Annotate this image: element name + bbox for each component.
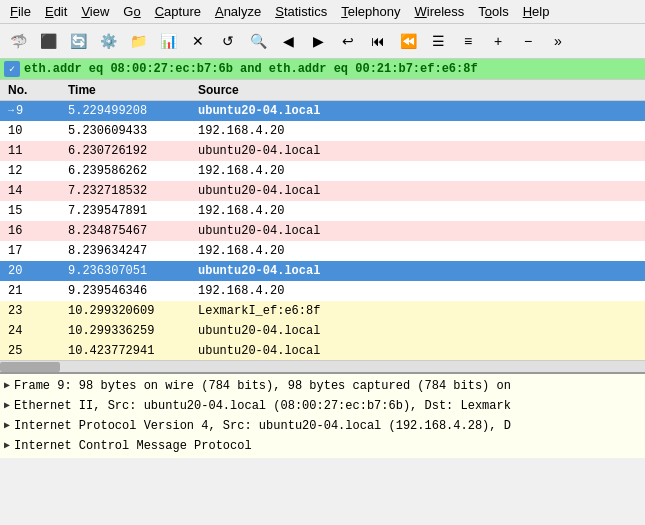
expand-arrow-4[interactable]: ▶ <box>4 437 10 455</box>
toolbar-list[interactable]: ☰ <box>424 27 452 55</box>
cell-time: 10.299336259 <box>64 322 194 340</box>
toolbar-more[interactable]: » <box>544 27 572 55</box>
cell-no: 25 <box>4 342 64 360</box>
toolbar-first[interactable]: ⏮ <box>364 27 392 55</box>
menu-wireless[interactable]: Wireless <box>409 2 471 21</box>
bottom-row-2[interactable]: ▶ Ethernet II, Src: ubuntu20-04.local (0… <box>4 396 641 416</box>
table-row[interactable]: 21 9.239546346 192.168.4.20 <box>0 281 645 301</box>
bottom-text-4: Internet Control Message Protocol <box>14 437 252 455</box>
cell-no: 12 <box>4 162 64 180</box>
cell-no: → 9 <box>4 102 64 120</box>
bottom-text-3: Internet Protocol Version 4, Src: ubuntu… <box>14 417 511 435</box>
toolbar-refresh[interactable]: ↺ <box>214 27 242 55</box>
cell-source: 192.168.4.20 <box>194 242 394 260</box>
table-row[interactable]: 12 6.239586262 192.168.4.20 <box>0 161 645 181</box>
cell-time: 7.239547891 <box>64 202 194 220</box>
table-row[interactable]: 20 9.236307051 ubuntu20-04.local <box>0 261 645 281</box>
horizontal-scrollbar[interactable] <box>0 360 645 372</box>
table-row[interactable]: 16 8.234875467 ubuntu20-04.local <box>0 221 645 241</box>
cell-dest <box>394 242 641 260</box>
cell-time: 10.423772941 <box>64 342 194 360</box>
packet-list: No. Time Source → 9 5.229499208 ubuntu20… <box>0 80 645 360</box>
toolbar-table[interactable]: 📊 <box>154 27 182 55</box>
cell-source: 192.168.4.20 <box>194 202 394 220</box>
cell-no: 16 <box>4 222 64 240</box>
cell-dest <box>394 122 641 140</box>
toolbar: 🦈 ⬛ 🔄 ⚙️ 📁 📊 ✕ ↺ 🔍 ◀ ▶ ↩ ⏮ ⏪ ☰ ≡ + − » <box>0 24 645 59</box>
header-extra <box>394 82 641 98</box>
filter-icon: ✓ <box>4 61 20 77</box>
menu-go[interactable]: Go <box>117 2 146 21</box>
bottom-row-1[interactable]: ▶ Frame 9: 98 bytes on wire (784 bits), … <box>4 376 641 396</box>
menu-view[interactable]: View <box>75 2 115 21</box>
toolbar-x[interactable]: ✕ <box>184 27 212 55</box>
table-row[interactable]: 24 10.299336259 ubuntu20-04.local <box>0 321 645 341</box>
cell-dest <box>394 142 641 160</box>
menu-help[interactable]: Help <box>517 2 556 21</box>
toolbar-back[interactable]: ◀ <box>274 27 302 55</box>
toolbar-forward[interactable]: ▶ <box>304 27 332 55</box>
cell-no: 10 <box>4 122 64 140</box>
menu-telephony[interactable]: Telephony <box>335 2 406 21</box>
table-row[interactable]: 10 5.230609433 192.168.4.20 <box>0 121 645 141</box>
bottom-text-1: Frame 9: 98 bytes on wire (784 bits), 98… <box>14 377 511 395</box>
table-row[interactable]: 11 6.230726192 ubuntu20-04.local <box>0 141 645 161</box>
header-no: No. <box>4 82 64 98</box>
table-row[interactable]: 15 7.239547891 192.168.4.20 <box>0 201 645 221</box>
cell-source: ubuntu20-04.local <box>194 142 394 160</box>
toolbar-search[interactable]: 🔍 <box>244 27 272 55</box>
cell-no: 11 <box>4 142 64 160</box>
table-row[interactable]: 17 8.239634247 192.168.4.20 <box>0 241 645 261</box>
expand-arrow-3[interactable]: ▶ <box>4 417 10 435</box>
menubar: File Edit View Go Capture Analyze Statis… <box>0 0 645 24</box>
table-row[interactable]: → 9 5.229499208 ubuntu20-04.local <box>0 101 645 121</box>
expand-arrow-1[interactable]: ▶ <box>4 377 10 395</box>
cell-time: 6.239586262 <box>64 162 194 180</box>
cell-source: ubuntu20-04.local <box>194 342 394 360</box>
toolbar-save[interactable]: ⚙️ <box>94 27 122 55</box>
filter-bar: ✓ eth.addr eq 08:00:27:ec:b7:6b and eth.… <box>0 59 645 80</box>
bottom-row-3[interactable]: ▶ Internet Protocol Version 4, Src: ubun… <box>4 416 641 436</box>
cell-no: 24 <box>4 322 64 340</box>
toolbar-new[interactable]: 🦈 <box>4 27 32 55</box>
cell-no: 21 <box>4 282 64 300</box>
table-row[interactable]: 25 10.423772941 ubuntu20-04.local <box>0 341 645 360</box>
menu-statistics[interactable]: Statistics <box>269 2 333 21</box>
menu-edit[interactable]: Edit <box>39 2 73 21</box>
cell-dest <box>394 262 641 280</box>
menu-capture[interactable]: Capture <box>149 2 207 21</box>
toolbar-zoom-out[interactable]: − <box>514 27 542 55</box>
cell-time: 5.230609433 <box>64 122 194 140</box>
toolbar-zoom-in[interactable]: + <box>484 27 512 55</box>
bottom-row-4[interactable]: ▶ Internet Control Message Protocol <box>4 436 641 456</box>
cell-dest <box>394 202 641 220</box>
scrollbar-thumb[interactable] <box>0 362 60 372</box>
bottom-text-2: Ethernet II, Src: ubuntu20-04.local (08:… <box>14 397 511 415</box>
cell-source: LexmarkI_ef:e6:8f <box>194 302 394 320</box>
expand-arrow-2[interactable]: ▶ <box>4 397 10 415</box>
toolbar-prev[interactable]: ⏪ <box>394 27 422 55</box>
cell-dest <box>394 322 641 340</box>
table-row[interactable]: 14 7.232718532 ubuntu20-04.local <box>0 181 645 201</box>
toolbar-open[interactable]: ⬛ <box>34 27 62 55</box>
cell-no: 23 <box>4 302 64 320</box>
filter-expression: eth.addr eq 08:00:27:ec:b7:6b and eth.ad… <box>24 62 478 76</box>
cell-time: 9.236307051 <box>64 262 194 280</box>
cell-dest <box>394 282 641 300</box>
cell-no: 15 <box>4 202 64 220</box>
toolbar-folder[interactable]: 📁 <box>124 27 152 55</box>
cell-no: 20 <box>4 262 64 280</box>
table-row[interactable]: 23 10.299320609 LexmarkI_ef:e6:8f <box>0 301 645 321</box>
menu-file[interactable]: File <box>4 2 37 21</box>
bottom-panel: ▶ Frame 9: 98 bytes on wire (784 bits), … <box>0 372 645 458</box>
toolbar-jump[interactable]: ↩ <box>334 27 362 55</box>
cell-time: 8.239634247 <box>64 242 194 260</box>
cell-no: 17 <box>4 242 64 260</box>
cell-dest <box>394 102 641 120</box>
toolbar-close[interactable]: 🔄 <box>64 27 92 55</box>
menu-analyze[interactable]: Analyze <box>209 2 267 21</box>
toolbar-lines[interactable]: ≡ <box>454 27 482 55</box>
cell-time: 10.299320609 <box>64 302 194 320</box>
cell-time: 8.234875467 <box>64 222 194 240</box>
menu-tools[interactable]: Tools <box>472 2 514 21</box>
